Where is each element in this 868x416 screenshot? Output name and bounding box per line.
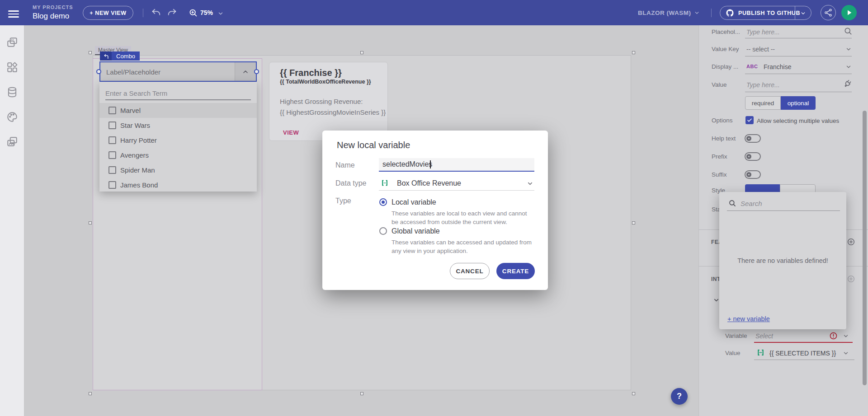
- global-variable-radio[interactable]: [379, 227, 387, 235]
- create-button[interactable]: CREATE: [496, 263, 535, 279]
- suffix-toggle[interactable]: [745, 170, 761, 179]
- combo-select[interactable]: Label/Placeholder: [99, 61, 257, 82]
- dropdown-search-input[interactable]: Enter a Search Term: [105, 89, 167, 97]
- abc-type-icon: ABC: [746, 64, 758, 69]
- variable-select[interactable]: Select: [755, 332, 773, 340]
- dialog-title: New local variable: [337, 140, 410, 150]
- interaction-value[interactable]: {{ SELECTED ITEMS }}: [769, 350, 836, 357]
- combo-option[interactable]: Avengers: [99, 148, 257, 163]
- value-key-label: Value Key: [712, 46, 744, 52]
- datatype-select[interactable]: Box Office Revenue: [397, 179, 461, 187]
- variable-error-underline: [754, 342, 853, 343]
- prefix-toggle[interactable]: [745, 152, 761, 161]
- chevron-down-icon[interactable]: [843, 333, 849, 339]
- github-icon: [726, 9, 734, 17]
- display-select[interactable]: Franchise: [764, 63, 791, 70]
- variables-popup: Search There are no variables defined! +…: [719, 192, 846, 329]
- database-icon[interactable]: [6, 86, 18, 98]
- value-key-select[interactable]: -- select --: [746, 46, 775, 53]
- chevron-down-icon[interactable]: [843, 350, 849, 356]
- images-icon[interactable]: [6, 136, 18, 148]
- add-feature-icon[interactable]: [847, 238, 855, 246]
- value-label: Value: [712, 81, 744, 88]
- combo-component-badge[interactable]: Combo: [100, 51, 140, 61]
- error-icon: [829, 332, 838, 340]
- selection-handle[interactable]: [89, 392, 92, 395]
- lookup-magnifier-icon[interactable]: [844, 27, 853, 36]
- chevron-down-icon[interactable]: [845, 46, 852, 52]
- hamburger-menu-button[interactable]: [8, 9, 19, 19]
- help-button[interactable]: ?: [671, 388, 688, 405]
- zoom-icon[interactable]: [189, 8, 198, 18]
- placeholder-input[interactable]: Type here...: [746, 28, 780, 36]
- checkbox-checked-icon[interactable]: [745, 116, 754, 124]
- text-cursor: [430, 160, 431, 168]
- selection-handle[interactable]: [632, 221, 635, 224]
- undo-icon[interactable]: [151, 8, 161, 18]
- value-input[interactable]: Type here...: [746, 81, 780, 89]
- optional-segment[interactable]: optional: [781, 96, 816, 110]
- framework-label: BLAZOR (WASM): [638, 9, 691, 16]
- add-interaction-icon[interactable]: [847, 275, 855, 283]
- chevron-down-icon[interactable]: [527, 180, 533, 187]
- new-view-button[interactable]: + NEW VIEW: [83, 6, 133, 20]
- theme-icon[interactable]: [6, 111, 18, 123]
- selection-handle[interactable]: [89, 221, 92, 224]
- combo-option[interactable]: James Bond: [99, 178, 257, 192]
- share-button[interactable]: [821, 5, 836, 20]
- selection-handle[interactable]: [360, 392, 363, 395]
- zoom-level[interactable]: 75%: [200, 9, 213, 16]
- select-parent-icon[interactable]: [100, 51, 112, 61]
- redo-icon[interactable]: [167, 8, 177, 18]
- event-expand-chevron-down-icon[interactable]: [713, 297, 720, 304]
- cancel-button[interactable]: CANCEL: [450, 263, 490, 279]
- checkbox-unchecked-icon[interactable]: [108, 151, 116, 159]
- run-button[interactable]: [841, 5, 857, 20]
- publish-to-github-button[interactable]: PUBLISH TO GITHUB: [720, 6, 811, 20]
- selection-handle[interactable]: [632, 51, 635, 54]
- checkbox-unchecked-icon[interactable]: [108, 136, 116, 144]
- local-variable-desc: These variables are local to each view a…: [392, 209, 527, 226]
- combo-toggle-segment[interactable]: [235, 62, 256, 81]
- plug-icon[interactable]: [841, 77, 854, 91]
- checkbox-unchecked-icon[interactable]: [108, 122, 116, 129]
- chevron-down-icon[interactable]: [845, 64, 852, 70]
- card-line2: {{ HighestGrossingMovieInSeries }}: [280, 108, 386, 116]
- help-text-toggle[interactable]: [745, 134, 761, 143]
- framework-chevron-down-icon: [694, 10, 700, 16]
- combo-option[interactable]: Marvel: [99, 103, 257, 118]
- suffix-label: Suffix: [712, 171, 744, 178]
- selection-handle[interactable]: [360, 51, 363, 54]
- panel-scrollbar-thumb[interactable]: [863, 111, 867, 385]
- card-line1: Highest Grossing Revenue:: [280, 98, 363, 105]
- selection-handle[interactable]: [89, 51, 92, 54]
- option-label: Avengers: [120, 151, 149, 159]
- zoom-chevron-down-icon[interactable]: [217, 10, 224, 17]
- resize-handle-right[interactable]: [254, 69, 259, 74]
- local-variable-label: Local variable: [392, 198, 436, 206]
- publish-chevron-down-icon[interactable]: [800, 10, 806, 16]
- checkbox-unchecked-icon[interactable]: [108, 181, 116, 189]
- new-variable-link[interactable]: + new variable: [727, 315, 770, 323]
- option-label: Spider Man: [120, 166, 155, 174]
- combo-option[interactable]: Spider Man: [99, 163, 257, 178]
- card-view-button[interactable]: VIEW: [283, 129, 299, 136]
- combo-option[interactable]: Harry Potter: [99, 133, 257, 148]
- selection-handle[interactable]: [632, 392, 635, 395]
- pages-icon[interactable]: [6, 37, 18, 48]
- components-icon[interactable]: [6, 61, 18, 73]
- option-label: James Bond: [120, 181, 158, 189]
- framework-selector[interactable]: BLAZOR (WASM): [634, 6, 700, 19]
- option-label: Marvel: [120, 107, 141, 114]
- local-variable-radio[interactable]: [379, 198, 387, 206]
- resize-handle-left[interactable]: [96, 69, 101, 74]
- checkbox-unchecked-icon[interactable]: [108, 107, 116, 114]
- checkbox-unchecked-icon[interactable]: [108, 166, 116, 174]
- required-segment[interactable]: required: [745, 96, 781, 110]
- name-value: selectedMovies: [382, 160, 432, 168]
- popup-search-input[interactable]: Search: [741, 200, 762, 207]
- name-input[interactable]: selectedMovies: [379, 158, 534, 172]
- combo-option[interactable]: Star Wars: [99, 118, 257, 133]
- global-variable-desc: These variables can be accessed and upda…: [392, 238, 536, 255]
- variable-label: Variable: [725, 332, 747, 339]
